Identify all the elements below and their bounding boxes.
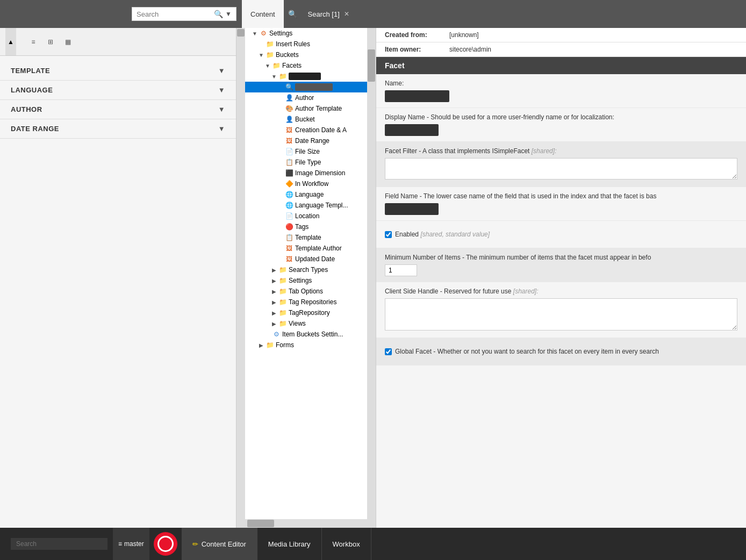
main-container: 🔍 ▼ Content 🔍 Search [1] ✕ ▲ ≡ — [0, 0, 746, 560]
tab-search-close[interactable]: ✕ — [344, 10, 349, 18]
search-types-icon: 📁 — [278, 265, 287, 274]
sitecore-circle — [157, 536, 174, 552]
taskbar-search-input[interactable] — [11, 538, 107, 550]
facets-icon: 📁 — [272, 61, 281, 70]
enabled-checkbox[interactable] — [385, 231, 392, 238]
meta-item-owner-value: sitecore\admin — [449, 46, 491, 53]
settings-sub-icon: 📁 — [278, 276, 287, 285]
enabled-checkbox-row: Enabled [shared, standard value] — [385, 226, 737, 242]
filter-content: TEMPLATE ▼ LANGUAGE ▼ AUTHOR ▼ — [0, 56, 236, 528]
tab-search[interactable]: Search [1] ✕ — [302, 0, 356, 28]
tree-item-tag-repository[interactable]: ▶ 📁 TagRepository — [245, 307, 367, 318]
db-icon: ≡ — [118, 540, 122, 548]
sitecore-logo[interactable] — [154, 532, 177, 556]
global-facet-checkbox[interactable] — [385, 348, 392, 355]
field-client-side-input[interactable] — [385, 298, 737, 331]
taskbar-db-label: master — [124, 540, 144, 548]
global-facet-checkbox-row: Global Facet - Whether or not you want t… — [385, 343, 737, 360]
tree-label-insert-rules: Insert Rules — [276, 40, 310, 48]
tree-item-forms[interactable]: ▶ 📁 Forms — [245, 340, 367, 350]
tree-item-file-size[interactable]: 📄 File Size — [245, 146, 367, 157]
taskbar-tab-media-library[interactable]: Media Library — [257, 528, 322, 560]
tree-item-redacted-folder[interactable]: ▼ 📁 — [245, 71, 367, 82]
taskbar-tab-content-editor[interactable]: ✏ Content Editor — [182, 528, 257, 560]
tree-item-template[interactable]: 📋 Template — [245, 232, 367, 243]
meta-created-from: Created from: [unknown] — [376, 28, 746, 42]
toggle-insert-rules — [258, 41, 264, 47]
views-icon: 📁 — [278, 319, 287, 328]
panel-view-icon[interactable]: ▦ — [61, 37, 74, 47]
tree-item-views[interactable]: ▶ 📁 Views — [245, 318, 367, 329]
tree-item-creation-date[interactable]: 🖼 Creation Date & A — [245, 125, 367, 135]
template-author-icon: 🖼 — [285, 244, 293, 253]
global-facet-label: Global Facet - Whether or not you want t… — [395, 348, 659, 355]
tree-vscroll-right[interactable] — [367, 28, 376, 519]
scroll-up-btn[interactable]: ▲ — [5, 28, 16, 55]
tree-item-updated-date[interactable]: 🖼 Updated Date — [245, 254, 367, 264]
tree-label-language: Language — [295, 191, 324, 198]
filter-date-range-header[interactable]: DATE RANGE ▼ — [0, 119, 236, 138]
tree-item-template-author[interactable]: 🖼 Template Author — [245, 243, 367, 254]
filter-template-label: TEMPLATE — [11, 67, 50, 75]
right-content-panel: Created from: [unknown] Item owner: site… — [376, 28, 746, 528]
tree-item-location[interactable]: 📄 Location — [245, 211, 367, 221]
tree-item-tab-options[interactable]: ▶ 📁 Tab Options — [245, 286, 367, 297]
tree-item-tag-repositories[interactable]: ▶ 📁 Tag Repositories — [245, 297, 367, 307]
tree-item-bucket[interactable]: 👤 Bucket — [245, 114, 367, 125]
tree-item-language-template[interactable]: 🌐 Language Templ... — [245, 200, 367, 211]
taskbar-tab-workbox[interactable]: Workbox — [322, 528, 371, 560]
search-submit-button[interactable]: 🔍 — [214, 10, 223, 18]
tree-label-file-size: File Size — [295, 148, 320, 155]
tree-item-settings[interactable]: ▼ ⚙ Settings — [245, 28, 367, 39]
tree-label-in-workflow: In Workflow — [295, 180, 328, 188]
tree-item-search-types[interactable]: ▶ 📁 Search Types — [245, 264, 367, 275]
toggle-buckets: ▼ — [258, 52, 264, 58]
content-area: ▲ ≡ ⊞ ▦ TEMPLATE ▼ LANGUAGE ▼ — [0, 28, 746, 528]
filter-author-label: AUTHOR — [11, 105, 42, 113]
tree-item-insert-rules[interactable]: 📁 Insert Rules — [245, 39, 367, 49]
tree-item-author-template[interactable]: 🎨 Author Template — [245, 103, 367, 114]
field-min-items-row: Minimum Number of Items - The minimum nu… — [376, 248, 746, 282]
taskbar-media-library-label: Media Library — [268, 540, 311, 548]
tab-content[interactable]: Content — [242, 0, 284, 28]
tree-item-image-dimension[interactable]: ⬛ Image Dimension — [245, 168, 367, 178]
tree-item-date-range[interactable]: 🖼 Date Range — [245, 135, 367, 146]
tree-item-language[interactable]: 🌐 Language — [245, 189, 367, 200]
tree-item-redacted-selected[interactable]: 🔍 — [245, 82, 367, 92]
buckets-icon: 📁 — [266, 51, 274, 59]
tree-hscroll[interactable] — [236, 519, 376, 528]
bucket-icon: 👤 — [285, 115, 293, 124]
tree-label-settings-sub: Settings — [289, 277, 312, 284]
tree-vscroll[interactable] — [236, 28, 245, 519]
filter-author-header[interactable]: AUTHOR ▼ — [0, 100, 236, 119]
filter-language: LANGUAGE ▼ — [0, 81, 236, 100]
meta-created-from-label: Created from: — [385, 31, 449, 39]
tree-item-settings-sub[interactable]: ▶ 📁 Settings — [245, 275, 367, 286]
tree-item-file-type[interactable]: 📋 File Type — [245, 157, 367, 168]
field-enabled-row: Enabled [shared, standard value] — [376, 221, 746, 248]
grid-view-icon[interactable]: ⊞ — [44, 37, 57, 47]
author-icon: 👤 — [285, 94, 293, 102]
filter-language-header[interactable]: LANGUAGE ▼ — [0, 81, 236, 99]
meta-item-owner: Item owner: sitecore\admin — [376, 42, 746, 57]
field-field-name-redacted — [385, 203, 439, 215]
filter-author: AUTHOR ▼ — [0, 100, 236, 119]
tree-label-forms: Forms — [276, 341, 294, 349]
tree-item-item-buckets-settings[interactable]: ⚙ Item Buckets Settin... — [245, 329, 367, 340]
tag-repository-icon: 📁 — [278, 308, 287, 317]
filter-template-header[interactable]: TEMPLATE ▼ — [0, 61, 236, 80]
author-template-icon: 🎨 — [285, 104, 293, 113]
tree-item-buckets[interactable]: ▼ 📁 Buckets — [245, 49, 367, 60]
field-facet-filter-input[interactable] — [385, 158, 737, 180]
tree-item-tags[interactable]: 🔴 Tags — [245, 221, 367, 232]
list-view-icon[interactable]: ≡ — [27, 37, 40, 47]
tree-label-buckets: Buckets — [276, 51, 299, 59]
tree-label-location: Location — [295, 212, 319, 220]
search-dropdown-arrow[interactable]: ▼ — [225, 10, 232, 18]
image-dimension-icon: ⬛ — [285, 169, 293, 177]
field-min-items-input[interactable] — [385, 264, 417, 276]
tree-item-facets[interactable]: ▼ 📁 Facets — [245, 60, 367, 71]
search-input[interactable] — [137, 10, 212, 18]
tree-item-author[interactable]: 👤 Author — [245, 92, 367, 103]
tree-item-in-workflow[interactable]: 🔶 In Workflow — [245, 178, 367, 189]
